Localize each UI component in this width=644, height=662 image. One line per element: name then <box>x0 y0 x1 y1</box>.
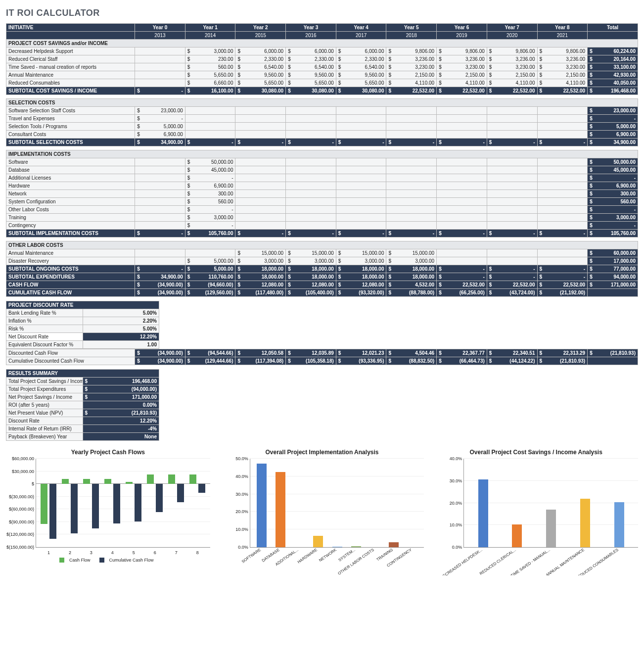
bar <box>83 479 90 484</box>
cell <box>235 123 286 131</box>
bar-group: TIME SAVED - MANUAL... <box>534 459 568 547</box>
cell: $171,000.00 <box>83 393 159 401</box>
row-label: Selection Tools / Programs <box>6 123 135 131</box>
cell: $- <box>437 230 487 237</box>
ytick: 20.0% <box>434 501 462 506</box>
bar-group: SYSTEM... <box>347 459 366 547</box>
cell: $196,468.00 <box>588 87 638 95</box>
cell <box>286 222 336 230</box>
bar <box>580 499 590 547</box>
cell <box>286 123 336 131</box>
col-year: Year 2 <box>235 24 286 32</box>
cell <box>286 131 336 139</box>
cell <box>286 107 336 115</box>
results-summary-table: RESULTS SUMMARYTotal Project Cost Saving… <box>6 369 159 441</box>
cell <box>286 190 336 198</box>
bar-group: DATABASE <box>271 459 290 547</box>
year-num: 2013 <box>135 32 185 40</box>
cell: $18,000.00 <box>235 273 286 281</box>
cell: $15,000.00 <box>386 249 437 257</box>
row-label: Total Project Expenditures <box>6 385 83 393</box>
cell: $6,000.00 <box>286 47 336 55</box>
cell: $9,806.00 <box>386 47 437 55</box>
cell <box>336 182 386 190</box>
cell: $3,230.00 <box>487 63 537 71</box>
cell <box>235 198 286 206</box>
cell: $94,000.00 <box>588 273 638 281</box>
cell: 5.00% <box>83 325 159 333</box>
cell: $- <box>386 230 437 237</box>
cell: $(93,320.00) <box>336 289 386 297</box>
cell <box>487 214 537 222</box>
cell <box>135 71 185 79</box>
cell <box>286 214 336 222</box>
bar <box>71 484 78 533</box>
cell: $30,080.00 <box>286 87 336 95</box>
cell: $22,532.00 <box>487 87 537 95</box>
chart-area: 0.0%10.0%20.0%30.0%40.0%DECREASED HELPDE… <box>463 459 638 548</box>
cell <box>135 174 185 182</box>
row-label: Total Project Cost Savings / Income <box>6 378 83 385</box>
cell: 5.00% <box>83 309 159 317</box>
row-label: Annual Maintenance <box>6 71 135 79</box>
row-label: Inflation % <box>6 317 83 325</box>
cell <box>537 182 588 190</box>
row-label: Training <box>6 214 135 222</box>
cell <box>135 182 185 190</box>
subtotal-label: SUBTOTAL SELECTION COSTS <box>6 139 135 146</box>
cell: $- <box>235 139 286 146</box>
cell: $50,000.00 <box>588 158 638 166</box>
page-title: IT ROI CALCULATOR <box>6 8 638 18</box>
cell: 12.20% <box>83 417 159 425</box>
cell: $60,000.00 <box>588 249 638 257</box>
ytick: 50.0% <box>221 456 248 461</box>
cell <box>286 206 336 214</box>
ytick: $(120,000.00) <box>6 532 34 537</box>
row-label: Decreased Helpdesk Support <box>6 47 135 55</box>
cell: $6,900.00 <box>588 131 638 139</box>
xtick: 8 <box>196 550 199 555</box>
cell: $- <box>588 174 638 182</box>
cell <box>336 198 386 206</box>
cell: $22,340.51 <box>487 349 537 357</box>
year-num: 2018 <box>386 32 437 40</box>
chart-title: Overall Project Implementation Analysis <box>220 449 424 456</box>
cell <box>537 206 588 214</box>
cell: $5,000.00 <box>135 123 185 131</box>
cell <box>437 107 487 115</box>
cell <box>537 249 588 257</box>
year-num: 2016 <box>286 32 336 40</box>
xtick: HARDWARE <box>297 548 318 565</box>
cell <box>437 174 487 182</box>
cell <box>487 182 537 190</box>
cell <box>537 158 588 166</box>
row-label: Software Selection Staff Costs <box>6 107 135 115</box>
cell <box>286 115 336 123</box>
cell: $300.00 <box>588 190 638 198</box>
cell: $2,330.00 <box>286 55 336 63</box>
cell <box>336 115 386 123</box>
cell <box>437 249 487 257</box>
bar-group: ANNUAL MAINTENANCE <box>568 459 602 547</box>
bar-group: REDUCED CONSUMABLES <box>602 459 636 547</box>
cell <box>336 158 386 166</box>
cell <box>487 166 537 174</box>
cell: $- <box>487 265 537 273</box>
bar <box>104 479 111 484</box>
cell: $4,110.00 <box>386 79 437 87</box>
ytick: 20.0% <box>221 509 248 514</box>
cell: $- <box>336 139 386 146</box>
year-num: 2020 <box>487 32 537 40</box>
cell: $22,532.00 <box>437 87 487 95</box>
cell <box>437 222 487 230</box>
year-num: 2017 <box>336 32 386 40</box>
cell: $3,236.00 <box>487 55 537 63</box>
cell <box>135 47 185 55</box>
subtotal-label: CUMULATIVE CASH FLOW <box>6 289 135 297</box>
row-label: Equivalent Discount Factor % <box>6 341 83 349</box>
cell: $60,224.00 <box>588 47 638 55</box>
cell <box>135 198 185 206</box>
cell <box>487 206 537 214</box>
cell: $6,540.00 <box>336 63 386 71</box>
main-table: INITIATIVEYear 0Year 1Year 2Year 3Year 4… <box>6 23 638 297</box>
